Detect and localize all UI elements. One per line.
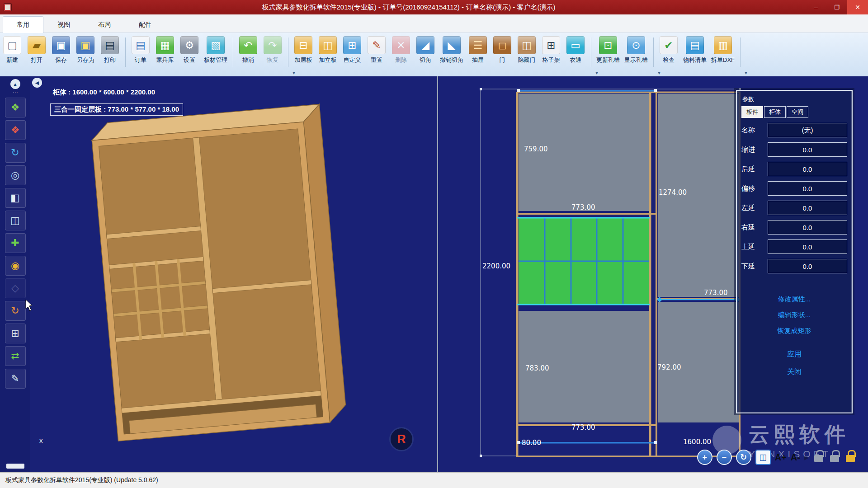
- update-holes-button[interactable]: ⊡ 更新孔槽: [594, 33, 622, 76]
- refresh-model-icon[interactable]: ↻: [5, 143, 26, 163]
- param-input[interactable]: 0.0: [768, 201, 847, 215]
- param-link[interactable]: 恢复成矩形: [741, 327, 847, 335]
- ribbon-tabs: 常用 视图 布局 配件: [0, 14, 868, 33]
- viewport-2d[interactable]: 759.00 773.00 1274.00 2200.00 773.00 783…: [437, 76, 868, 472]
- new-button[interactable]: ▢ 新建: [0, 33, 24, 76]
- lock-all-button[interactable]: [844, 450, 856, 465]
- custom-panel-button[interactable]: ⊞ 自定义: [340, 33, 364, 76]
- zoom-out-button[interactable]: −: [717, 450, 732, 465]
- param-input[interactable]: 0.0: [768, 142, 847, 157]
- save-button[interactable]: ▣ 保存: [49, 33, 73, 76]
- add-vertical-button[interactable]: ◫ 加立板: [316, 33, 340, 76]
- parameter-tab[interactable]: 柜体: [764, 106, 786, 118]
- toolbar-separator[interactable]: ▾: [737, 33, 743, 76]
- door-button[interactable]: ◻ 门: [490, 33, 514, 76]
- show-holes-button[interactable]: ⊙ 显示孔槽: [622, 33, 650, 76]
- toolbar-separator[interactable]: ▾: [650, 33, 656, 76]
- open-button[interactable]: ▰ 打开: [24, 33, 49, 76]
- material-colors-icon[interactable]: ◉: [5, 256, 26, 276]
- drag-handle[interactable]: ⋯: [13, 90, 18, 94]
- clothes-rail-button[interactable]: ▭ 衣通: [563, 33, 588, 76]
- bom-list-icon: ▤: [686, 36, 704, 54]
- snapshot-view-icon[interactable]: ◫: [5, 211, 26, 230]
- zoom-reset-button[interactable]: ↻: [736, 450, 751, 465]
- font-decrease-button[interactable]: A-: [791, 450, 800, 465]
- toolbox-collapse-button[interactable]: ▴: [10, 79, 20, 89]
- new-file-icon: ▢: [3, 36, 21, 54]
- undo-cut-corner-button[interactable]: ◣ 撤销切角: [438, 33, 466, 76]
- print-button[interactable]: ▤ 打印: [98, 33, 122, 76]
- cube-3d-icon[interactable]: ◇: [5, 278, 26, 298]
- cabinet-3d-view: [30, 76, 437, 472]
- minimize-button[interactable]: –: [806, 0, 826, 14]
- add-component-icon[interactable]: ❖: [5, 98, 26, 117]
- delete-button[interactable]: ✕ 删除: [389, 33, 413, 76]
- toolbar-button-label: 更新孔槽: [596, 56, 620, 64]
- param-input[interactable]: 0.0: [768, 220, 847, 235]
- cut-corner-button[interactable]: ◢ 切角: [413, 33, 438, 76]
- toolbox-glyph: ◎: [11, 170, 19, 180]
- param-link[interactable]: 编辑形状...: [741, 311, 847, 319]
- contrast-view-icon[interactable]: ◧: [5, 188, 26, 208]
- toolbar-separator[interactable]: ▾: [588, 33, 594, 76]
- drawer-icon: ☰: [469, 36, 487, 54]
- close-button[interactable]: ✕: [847, 0, 868, 14]
- ribbon-tab[interactable]: 视图: [43, 17, 84, 33]
- board-manage-button[interactable]: ▧ 板材管理: [202, 33, 230, 76]
- edit-view-icon[interactable]: ✎: [5, 369, 26, 389]
- new-view-icon[interactable]: ⊞: [5, 324, 26, 343]
- dxf-button[interactable]: ▥ 拆单DXF: [709, 33, 737, 76]
- toolbar-separator[interactable]: [230, 33, 236, 76]
- parameter-tab[interactable]: 板件: [741, 106, 763, 118]
- save-as-button[interactable]: ▣ 另存为: [73, 33, 98, 76]
- add-shelf-button[interactable]: ⊟ 加层板: [291, 33, 316, 76]
- undo-button[interactable]: ↶ 撤消: [236, 33, 260, 76]
- toolbar-button-label: 格子架: [542, 56, 560, 64]
- pointer-mode-button[interactable]: ▸: [804, 450, 809, 465]
- move-arrows-icon[interactable]: ✚: [5, 233, 26, 253]
- dim-top-left-height: 759.00: [524, 145, 548, 153]
- ribbon-tab[interactable]: 常用: [3, 16, 43, 33]
- remove-component-icon[interactable]: ❖: [5, 120, 26, 140]
- apply-button[interactable]: 应用: [741, 350, 847, 359]
- param-input[interactable]: 0.0: [768, 162, 847, 176]
- update-view-icon[interactable]: ↻: [5, 301, 26, 321]
- maximize-button[interactable]: ❐: [826, 0, 847, 14]
- bom-button[interactable]: ▤ 物料清单: [681, 33, 709, 76]
- param-input[interactable]: 0.0: [768, 181, 847, 196]
- lock-x-button[interactable]: [813, 450, 825, 465]
- param-input[interactable]: (无): [768, 123, 847, 137]
- font-increase-button[interactable]: A+: [775, 450, 787, 465]
- swap-view-icon[interactable]: ⇄: [5, 346, 26, 366]
- collapsed-panel-strip[interactable]: [6, 464, 24, 469]
- param-input[interactable]: 0.0: [768, 239, 847, 254]
- panel-collapse-left-button[interactable]: ◀: [32, 78, 42, 88]
- pan-window-button[interactable]: ◫: [755, 450, 771, 465]
- grid-rack-button[interactable]: ⊞ 格子架: [539, 33, 563, 76]
- hide-door-button[interactable]: ◫ 隐藏门: [514, 33, 539, 76]
- panel-close-button[interactable]: 关闭: [741, 367, 847, 377]
- toolbar-separator[interactable]: [122, 33, 128, 76]
- redo-arrow-icon: ↷: [264, 36, 282, 54]
- watermark-text: 云熙软件: [749, 421, 850, 449]
- drawer-button[interactable]: ☰ 抽屉: [466, 33, 490, 76]
- lock-y-button[interactable]: [829, 450, 840, 465]
- viewport-3d[interactable]: ◀ 柜体 : 1600.00 * 600.00 * 2200.00 三合一固定层…: [30, 76, 437, 472]
- zoom-search-icon[interactable]: ◎: [5, 165, 26, 185]
- param-link[interactable]: 修改属性...: [741, 295, 847, 304]
- furniture-library-button[interactable]: ▦ 家具库: [153, 33, 177, 76]
- zoom-in-button[interactable]: +: [697, 450, 712, 465]
- ribbon-tab[interactable]: 配件: [125, 17, 165, 33]
- reset-button[interactable]: ✎ 重置: [364, 33, 389, 76]
- settings-button[interactable]: ⚙ 设置: [177, 33, 202, 76]
- param-input[interactable]: 0.0: [768, 259, 847, 273]
- redo-button[interactable]: ↷ 恢复: [260, 33, 285, 76]
- ribbon-tab[interactable]: 布局: [84, 17, 125, 33]
- board-layers-icon: ▧: [207, 36, 225, 54]
- check-button[interactable]: ✔ 检查: [656, 33, 681, 76]
- parameter-tab[interactable]: 空间: [787, 106, 808, 118]
- toolbar-separator[interactable]: ▾: [285, 33, 291, 76]
- toolbox-glyph: ◫: [10, 216, 20, 225]
- order-button[interactable]: ▤ 订单: [128, 33, 153, 76]
- elevation-drawing[interactable]: 759.00 773.00 1274.00 2200.00 773.00 783…: [479, 86, 750, 461]
